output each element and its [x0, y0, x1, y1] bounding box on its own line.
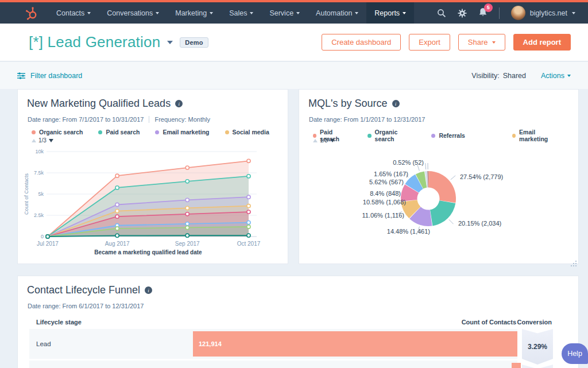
conversion-badge: 41.07% — [522, 365, 553, 368]
nav-item-conversations[interactable]: Conversations — [99, 2, 167, 24]
svg-text:7.5k: 7.5k — [34, 170, 44, 176]
divider — [149, 116, 149, 123]
nav-label: Conversations — [107, 9, 153, 17]
svg-text:10k: 10k — [35, 149, 44, 154]
resize-grip[interactable] — [575, 261, 577, 262]
pager-up-icon[interactable] — [32, 139, 36, 142]
divider — [499, 7, 500, 19]
account-name: biglytics.net — [530, 9, 567, 17]
chevron-down-icon — [567, 75, 571, 77]
info-icon[interactable] — [175, 100, 183, 107]
visibility-label: Visibility: — [471, 72, 499, 80]
card-new-mql: New Marketing Qualified Leads Date range… — [17, 89, 288, 264]
actions-dropdown[interactable]: Actions — [541, 72, 571, 80]
dashboard-header: [*] Lead Generation Demo Create dashboar… — [0, 24, 588, 61]
frequency: Frequency: Monthly — [154, 116, 210, 123]
svg-text:Oct 2017: Oct 2017 — [237, 241, 261, 247]
chevron-down-icon — [156, 12, 159, 14]
svg-text:5k: 5k — [38, 191, 44, 197]
legend-dot — [155, 130, 159, 134]
funnel-row-lead: Lead 121,914 — [29, 329, 517, 359]
slice-label: 14.48% (1,461) — [355, 228, 430, 235]
nav-label: Automation — [316, 9, 352, 17]
chart-legend: Organic search Paid search Email marketi… — [32, 129, 285, 135]
legend-dot — [32, 130, 36, 134]
date-range: Date range: From 7/1/2017 to 10/31/2017 — [28, 116, 144, 123]
dashboard-title-dropdown[interactable]: [*] Lead Generation Demo — [29, 33, 208, 51]
svg-text:Sep 2017: Sep 2017 — [175, 241, 200, 247]
notification-count-badge: 5 — [484, 3, 493, 12]
nav-item-contacts[interactable]: Contacts — [48, 2, 99, 24]
nav-item-reports[interactable]: Reports — [366, 2, 414, 24]
search-icon[interactable] — [437, 9, 446, 18]
chevron-down-icon — [403, 12, 406, 14]
area-chart: 02.5k5k7.5k10kJul 2017Aug 2017Sep 2017Oc… — [22, 147, 281, 256]
top-navigation: Contacts Conversations Marketing Sales S… — [0, 2, 588, 24]
funnel-bar: 121,914 — [193, 331, 517, 357]
settings-gear-icon[interactable] — [458, 9, 467, 18]
card-title: Contact Lifecycle Funnel — [27, 284, 140, 296]
bar-value: 121,914 — [199, 340, 222, 347]
svg-text:Aug 2017: Aug 2017 — [105, 241, 130, 247]
legend-item[interactable]: Email marketing — [155, 129, 209, 135]
add-report-button[interactable]: Add report — [513, 34, 571, 51]
svg-text:Became a marketing qualified l: Became a marketing qualified lead date — [94, 249, 202, 255]
share-button[interactable]: Share — [458, 34, 505, 51]
legend-dot — [225, 130, 229, 134]
nav-item-sales[interactable]: Sales — [221, 2, 261, 24]
nav-label: Sales — [229, 9, 247, 17]
slice-label: 0.52% (52) — [349, 159, 424, 166]
legend-item[interactable]: Paid search — [98, 129, 140, 135]
slice-label: 27.54% (2,779) — [460, 173, 503, 180]
filter-sliders-icon — [17, 72, 25, 79]
funnel-row — [29, 361, 517, 368]
header-actions: Create dashboard Export Share Add report — [322, 34, 571, 51]
slice-label: 8.4% (848) — [326, 190, 401, 197]
chevron-down-icon — [355, 12, 358, 14]
legend-pager: 1/3 — [32, 137, 53, 144]
nav-item-service[interactable]: Service — [261, 2, 308, 24]
nav-utilities: 5 biglytics.net — [437, 2, 588, 24]
chevron-down-icon — [210, 12, 213, 14]
filter-dashboard-link[interactable]: Filter dashboard — [17, 72, 82, 80]
sprocket-icon — [25, 6, 38, 20]
chevron-down-icon — [572, 12, 575, 14]
hubspot-logo[interactable] — [0, 2, 48, 24]
filter-label: Filter dashboard — [30, 72, 82, 80]
pager-down-icon[interactable] — [49, 139, 53, 142]
create-dashboard-button[interactable]: Create dashboard — [322, 34, 401, 51]
legend-item[interactable]: Social media — [225, 129, 269, 135]
legend-dot — [98, 130, 102, 134]
pager-value: 1/3 — [38, 137, 47, 144]
help-button[interactable]: Help — [562, 343, 588, 364]
visibility-value: Shared — [503, 72, 526, 80]
nav-menu: Contacts Conversations Marketing Sales S… — [48, 2, 414, 24]
chevron-down-icon — [87, 12, 91, 14]
nav-label: Service — [269, 9, 293, 17]
nav-label: Reports — [374, 9, 400, 17]
card-lifecycle-funnel: Contact Lifecycle Funnel Date range: Fro… — [17, 276, 579, 368]
nav-item-marketing[interactable]: Marketing — [167, 2, 221, 24]
avatar — [511, 6, 525, 20]
chevron-down-icon — [492, 41, 496, 44]
info-icon[interactable] — [145, 286, 152, 294]
column-header-count: Count of Contacts — [462, 319, 516, 326]
nav-item-automation[interactable]: Automation — [308, 2, 366, 24]
page-title: [*] Lead Generation — [29, 33, 160, 51]
legend-item[interactable]: Organic search — [32, 129, 83, 135]
conversion-badge: 3.29% — [522, 329, 553, 365]
account-menu[interactable]: biglytics.net — [511, 6, 575, 20]
card-mql-by-source: MQL's by Source Date range: From 1/1/201… — [299, 89, 579, 264]
filter-bar: Filter dashboard Visibility: Shared Acti… — [0, 62, 588, 89]
export-button[interactable]: Export — [409, 34, 450, 51]
svg-text:Count of Contacts: Count of Contacts — [24, 173, 29, 215]
slice-label: 11.06% (1,116) — [330, 212, 404, 219]
svg-text:0: 0 — [41, 234, 44, 239]
nav-label: Contacts — [56, 9, 84, 17]
slice-label: 20.15% (2,034) — [458, 220, 501, 227]
column-header-conversion: Conversion — [517, 319, 552, 326]
chevron-down-icon — [296, 12, 300, 14]
funnel-bar — [512, 363, 521, 368]
notifications-bell-icon[interactable]: 5 — [478, 7, 488, 19]
svg-text:2.5k: 2.5k — [34, 212, 44, 218]
